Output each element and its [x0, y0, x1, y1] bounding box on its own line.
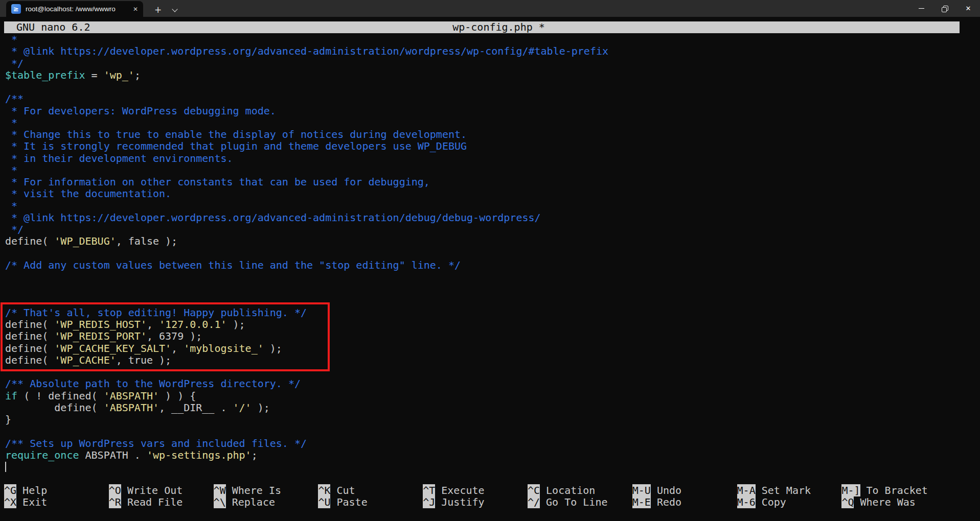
code-line: *	[5, 200, 980, 212]
code-line: * For developers: WordPress debugging mo…	[5, 105, 980, 117]
shortcut-column: ^TExecute^JJustify	[423, 485, 528, 509]
code-line: */	[5, 58, 980, 69]
shortcut-write-out: ^OWrite Out	[109, 485, 214, 496]
code-line: define( 'WP_CACHE', true );	[5, 354, 980, 366]
nano-shortcut-bar: ^GHelp^XExit^OWrite Out^RRead File^WWher…	[4, 485, 946, 509]
shortcut-replace: ^\Replace	[214, 496, 318, 508]
nano-filename: wp-config.php *	[452, 21, 545, 33]
code-line: */	[5, 224, 980, 235]
code-line: define( 'WP_REDIS_PORT', 6379 );	[5, 330, 980, 342]
shortcut-location: ^CLocation	[528, 485, 632, 496]
shortcut-to-bracket: M-]To Bracket	[841, 485, 946, 496]
chevron-down-icon	[172, 6, 178, 12]
nano-version: GNU nano 6.2	[16, 21, 90, 33]
code-line: define( 'WP_DEBUG', false );	[5, 235, 980, 247]
code-line: /** Absolute path to the WordPress direc…	[5, 378, 980, 390]
shortcut-column: ^OWrite Out^RRead File	[109, 485, 214, 509]
code-line: if ( ! defined( 'ABSPATH' ) ) {	[5, 390, 980, 402]
shortcut-help: ^GHelp	[4, 485, 109, 496]
shortcut-go-to-line: ^/Go To Line	[528, 496, 632, 508]
code-line	[5, 461, 980, 473]
code-line: require_once ABSPATH . 'wp-settings.php'…	[5, 449, 980, 461]
shortcut-set-mark: M-ASet Mark	[737, 485, 842, 496]
shortcut-undo: M-UUndo	[632, 485, 737, 496]
shortcut-paste: ^UPaste	[318, 496, 423, 508]
tab-title: root@localhost: /www/wwwro	[26, 5, 128, 13]
nano-titlebar: GNU nano 6.2 wp-config.php *	[4, 21, 960, 33]
shortcut-where-was: ^QWhere Was	[841, 496, 946, 508]
code-line	[5, 271, 980, 283]
shortcut-exit: ^XExit	[4, 496, 109, 508]
code-line: /**	[5, 93, 980, 105]
code-line	[5, 366, 980, 378]
shortcut-column: ^WWhere Is^\Replace	[214, 485, 318, 509]
code-line: define( 'WP_CACHE_KEY_SALT', 'myblogsite…	[5, 343, 980, 354]
terminal-tab[interactable]: ≥ root@localhost: /www/wwwro ✕	[6, 1, 143, 17]
shortcut-copy: M-6Copy	[737, 496, 842, 508]
powershell-icon: ≥	[11, 4, 21, 14]
terminal-editor-area[interactable]: * * @link https://developer.wordpress.or…	[5, 34, 980, 473]
code-line	[5, 425, 980, 437]
code-line: /* Add any custom values between this li…	[5, 259, 980, 271]
window-controls: ✕	[909, 0, 980, 17]
code-line	[5, 295, 980, 307]
code-line: * For information on other constants tha…	[5, 176, 980, 188]
code-line: *	[5, 117, 980, 129]
new-tab-button[interactable]: +	[154, 6, 162, 14]
code-line: }	[5, 414, 980, 425]
titlebar: ≥ root@localhost: /www/wwwro ✕ + ✕	[0, 0, 980, 17]
code-line: * It is strongly recommended that plugin…	[5, 140, 980, 152]
shortcut-redo: M-ERedo	[632, 496, 737, 508]
code-line: define( 'WP_REDIS_HOST', '127.0.0.1' );	[5, 319, 980, 330]
code-line: * @link https://developer.wordpress.org/…	[5, 212, 980, 224]
terminal-window: ≥ root@localhost: /www/wwwro ✕ + ✕ GNU n…	[0, 0, 980, 521]
shortcut-execute: ^TExecute	[423, 485, 528, 496]
code-line: $table_prefix = 'wp_';	[5, 69, 980, 81]
shortcut-where-is: ^WWhere Is	[214, 485, 318, 496]
shortcut-column: M-UUndoM-ERedo	[632, 485, 737, 509]
code-line: /** Sets up WordPress vars and included …	[5, 438, 980, 449]
shortcut-column: ^CLocation^/Go To Line	[528, 485, 632, 509]
shortcut-cut: ^KCut	[318, 485, 423, 496]
shortcut-column: M-]To Bracket^QWhere Was	[841, 485, 946, 509]
code-line: * in their development environments.	[5, 153, 980, 164]
restore-button[interactable]	[933, 0, 956, 17]
code-line: * Change this to true to enable the disp…	[5, 129, 980, 140]
code-line: *	[5, 164, 980, 176]
code-line	[5, 248, 980, 259]
shortcut-justify: ^JJustify	[423, 496, 528, 508]
code-line: *	[5, 34, 980, 45]
tab-dropdown-button[interactable]	[173, 4, 177, 13]
text-cursor	[5, 462, 6, 472]
shortcut-read-file: ^RRead File	[109, 496, 214, 508]
code-line: /* That's all, stop editing! Happy publi…	[5, 307, 980, 319]
restore-icon	[942, 6, 948, 12]
close-button[interactable]: ✕	[956, 0, 980, 17]
code-line: * visit the documentation.	[5, 188, 980, 200]
code-line: * @link https://developer.wordpress.org/…	[5, 45, 980, 57]
code-line	[5, 81, 980, 93]
code-line	[5, 283, 980, 295]
minimize-icon	[919, 8, 924, 9]
code-line: define( 'ABSPATH', __DIR__ . '/' );	[5, 402, 980, 414]
tab-close-icon[interactable]: ✕	[133, 6, 138, 13]
shortcut-column: ^GHelp^XExit	[4, 485, 109, 509]
shortcut-column: ^KCut^UPaste	[318, 485, 423, 509]
minimize-button[interactable]	[909, 0, 933, 17]
shortcut-column: M-ASet MarkM-6Copy	[737, 485, 842, 509]
